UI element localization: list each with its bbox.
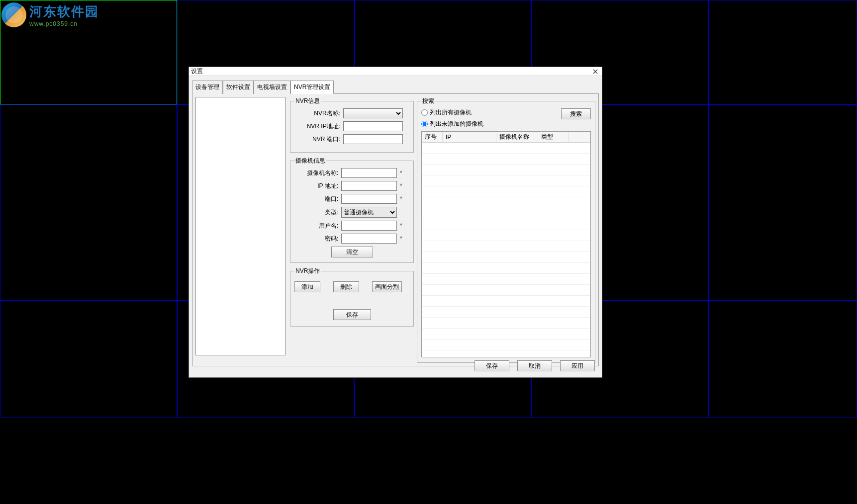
grid-cell-r2[interactable]	[708, 104, 857, 301]
select-cam-type[interactable]: 普通摄像机	[341, 207, 397, 218]
radio-list-unadded[interactable]	[421, 121, 428, 127]
label-cam-ip: IP 地址:	[294, 182, 338, 190]
group-nvr-ops: NVR操作 添加 删除 画面分割 保存	[290, 267, 414, 327]
camera-search-table[interactable]: 序号 IP 摄像机名称 类型	[421, 131, 591, 357]
watermark-logo-icon	[1, 2, 26, 27]
dialog-footer: 保存 取消 应用	[475, 360, 595, 371]
grid-cell-r1[interactable]	[708, 0, 857, 104]
dialog-title: 设置	[191, 67, 203, 76]
input-cam-ip[interactable]	[341, 181, 397, 191]
tabs: 设备管理 软件设置 电视墙设置 NVR管理设置	[192, 80, 599, 94]
delete-button[interactable]: 删除	[333, 281, 359, 292]
table-header: 序号 IP 摄像机名称 类型	[422, 132, 590, 143]
close-icon	[593, 69, 598, 74]
dialog-titlebar: 设置	[189, 67, 602, 76]
label-cam-port: 端口:	[294, 195, 338, 203]
group-nvr-info: NVR信息 NVR名称: NVR IP地址: NVR 端口:	[290, 97, 414, 153]
input-nvr-port[interactable]	[343, 134, 403, 144]
search-button[interactable]: 搜索	[561, 108, 591, 119]
input-cam-user[interactable]	[341, 221, 397, 231]
tab-device-mgmt[interactable]: 设备管理	[192, 81, 223, 94]
input-cam-pass[interactable]	[341, 234, 397, 244]
col-ip[interactable]: IP	[443, 132, 496, 142]
label-cam-type: 类型:	[294, 208, 338, 217]
nvr-tree[interactable]	[195, 97, 286, 355]
legend-nvr-info: NVR信息	[294, 97, 321, 105]
req-cam-user: *	[400, 222, 402, 229]
req-cam-port: *	[400, 195, 402, 202]
tab-software-settings[interactable]: 软件设置	[223, 81, 254, 94]
col-spacer	[569, 132, 590, 142]
legend-search: 搜索	[421, 97, 435, 105]
input-cam-name[interactable]	[341, 168, 397, 178]
legend-camera-info: 摄像机信息	[294, 157, 326, 165]
label-list-unadded: 列出未添加的摄像机	[430, 120, 483, 128]
tab-nvr-mgmt[interactable]: NVR管理设置	[290, 81, 334, 94]
select-nvr-name[interactable]	[343, 108, 403, 118]
label-list-all: 列出所有摄像机	[430, 108, 472, 117]
footer-save-button[interactable]: 保存	[475, 360, 509, 371]
watermark-url: www.pc0359.cn	[29, 20, 99, 27]
tab-tvwall-settings[interactable]: 电视墙设置	[254, 81, 290, 94]
label-cam-name: 摄像机名称:	[294, 169, 338, 177]
req-cam-name: *	[400, 169, 402, 176]
label-cam-user: 用户名:	[294, 222, 338, 230]
label-nvr-name: NVR名称:	[294, 109, 340, 118]
col-type[interactable]: 类型	[538, 132, 569, 142]
footer-cancel-button[interactable]: 取消	[517, 360, 552, 371]
col-cam-name[interactable]: 摄像机名称	[496, 132, 538, 142]
grid-cell-r3[interactable]	[708, 301, 857, 418]
legend-nvr-ops: NVR操作	[294, 267, 321, 275]
watermark: 河东软件园 www.pc0359.cn	[1, 2, 99, 27]
group-search: 搜索 列出所有摄像机 列出未添加的摄像机	[417, 97, 595, 363]
label-nvr-port: NVR 端口:	[294, 135, 340, 144]
split-button[interactable]: 画面分割	[372, 281, 402, 292]
nvr-save-button[interactable]: 保存	[333, 309, 371, 320]
label-cam-pass: 密码:	[294, 235, 338, 243]
req-cam-ip: *	[400, 182, 402, 189]
input-cam-port[interactable]	[341, 194, 397, 204]
footer-apply-button[interactable]: 应用	[560, 360, 595, 371]
table-body	[422, 143, 590, 357]
tabpanel-nvr-mgmt: NVR信息 NVR名称: NVR IP地址: NVR 端口:	[192, 94, 599, 366]
col-index[interactable]: 序号	[422, 132, 443, 142]
input-nvr-ip[interactable]	[343, 121, 403, 131]
grid-cell-5[interactable]	[0, 104, 177, 301]
grid-cell-9[interactable]	[0, 301, 177, 418]
label-nvr-ip: NVR IP地址:	[294, 122, 340, 131]
clear-button[interactable]: 清空	[331, 247, 373, 257]
radio-list-all[interactable]	[421, 109, 428, 116]
group-camera-info: 摄像机信息 摄像机名称: * IP 地址: * 端口:	[290, 157, 414, 263]
close-button[interactable]	[591, 68, 600, 75]
add-button[interactable]: 添加	[294, 281, 320, 292]
req-cam-pass: *	[400, 235, 402, 242]
watermark-title: 河东软件园	[29, 3, 99, 20]
settings-dialog: 设置 设备管理 软件设置 电视墙设置 NVR管理设置 NVR信息	[189, 67, 602, 378]
